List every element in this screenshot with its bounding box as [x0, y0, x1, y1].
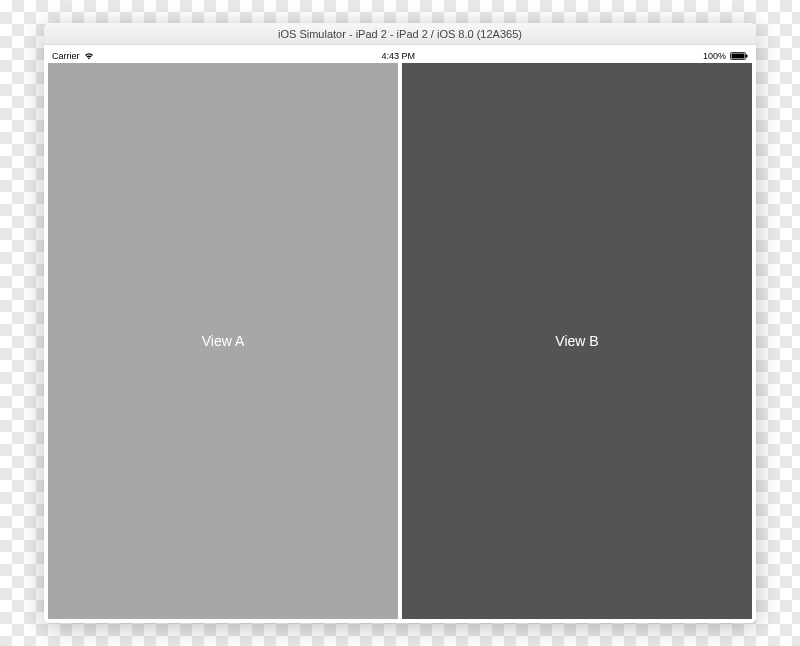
- battery-icon: [730, 52, 748, 60]
- view-a-panel[interactable]: View A: [48, 63, 398, 619]
- view-b-panel[interactable]: View B: [402, 63, 752, 619]
- window-titlebar[interactable]: iOS Simulator - iPad 2 - iPad 2 / iOS 8.…: [44, 23, 756, 45]
- svg-rect-2: [746, 55, 748, 58]
- device-screen: Carrier 4:43 PM 100%: [44, 45, 756, 623]
- status-bar-time: 4:43 PM: [381, 51, 415, 61]
- window-title-text: iOS Simulator - iPad 2 - iPad 2 / iOS 8.…: [278, 28, 522, 40]
- battery-percent-label: 100%: [703, 51, 726, 61]
- split-content-area: View A View B: [48, 63, 752, 619]
- carrier-label: Carrier: [52, 51, 80, 61]
- view-a-label: View A: [202, 333, 245, 349]
- ios-status-bar: Carrier 4:43 PM 100%: [48, 49, 752, 63]
- view-b-label: View B: [555, 333, 598, 349]
- wifi-icon: [84, 52, 94, 60]
- svg-rect-1: [731, 54, 744, 59]
- simulator-window: iOS Simulator - iPad 2 - iPad 2 / iOS 8.…: [44, 23, 756, 623]
- status-bar-left: Carrier: [52, 51, 94, 61]
- status-bar-right: 100%: [703, 51, 748, 61]
